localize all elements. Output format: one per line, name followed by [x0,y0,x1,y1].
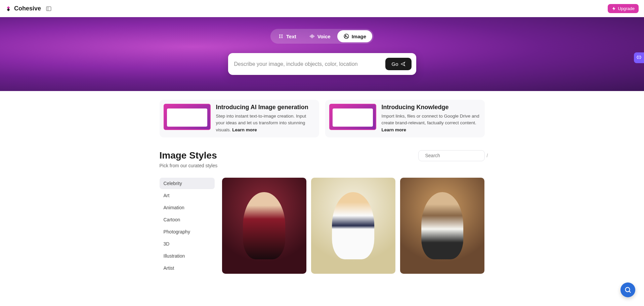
upgrade-label: Upgrade [618,6,635,11]
learn-more-link[interactable]: Learn more [382,127,406,132]
styles-header: Image Styles Pick from our curated style… [160,150,485,168]
promo-card-knowledge[interactable]: Introducing Knowledge Import links, file… [325,100,485,137]
go-label: Go [391,61,398,67]
image-icon [343,33,349,39]
brand-name: Cohesive [14,5,41,12]
style-gallery [222,178,485,274]
category-list: Celebrity Art Animation Cartoon Photogra… [160,178,215,274]
styles-search-input[interactable] [425,153,484,158]
styles-heading: Image Styles [160,150,218,161]
mode-tabs: Text Voice Image [270,29,374,44]
tab-voice[interactable]: Voice [303,30,337,42]
prompt-box: Go [228,53,416,75]
tab-text[interactable]: Text [272,30,302,42]
promo-desc: Import links, files or connect to Google… [382,113,481,133]
brand-logo[interactable]: Cohesive [5,5,41,12]
go-button[interactable]: Go [385,58,411,70]
category-3d[interactable]: 3D [160,238,215,250]
text-cursor-icon [278,33,284,39]
promo-title: Introducing Knowledge [382,104,481,111]
cohesive-logo-icon [5,6,11,12]
bolt-icon [612,6,616,11]
search-shortcut-hint: / [487,153,488,158]
sidebar-toggle-icon[interactable] [46,6,52,12]
category-cartoon[interactable]: Cartoon [160,214,215,225]
brain-icon [636,55,642,61]
category-artist[interactable]: Artist [160,262,215,274]
waveform-icon [309,33,315,39]
learn-more-link[interactable]: Learn more [232,127,257,132]
category-illustration[interactable]: Illustration [160,250,215,262]
promo-desc: Step into instant text-to-image creation… [216,113,315,133]
main-content: Introducing AI Image generation Step int… [154,91,490,287]
promo-cards-row: Introducing AI Image generation Step int… [160,100,485,137]
style-thumbnail-1[interactable] [222,178,306,274]
style-thumbnail-2[interactable] [311,178,395,274]
category-celebrity[interactable]: Celebrity [160,178,215,189]
tab-voice-label: Voice [317,34,331,39]
hero-section: Text Voice Image Go [0,17,644,91]
promo-title: Introducing AI Image generation [216,104,315,111]
tab-text-label: Text [286,34,296,39]
svg-point-8 [345,35,346,36]
prompt-input[interactable] [233,59,382,69]
header-left: Cohesive [5,5,52,12]
upgrade-button[interactable]: Upgrade [608,4,639,13]
category-photography[interactable]: Photography [160,226,215,237]
tab-image-label: Image [352,34,366,39]
search-icon [624,286,632,287]
styles-titles: Image Styles Pick from our curated style… [160,150,218,168]
styles-body: Celebrity Art Animation Cartoon Photogra… [160,178,485,274]
promo-text: Introducing Knowledge Import links, file… [382,104,481,133]
app-header: Cohesive Upgrade [0,0,644,17]
styles-search-box[interactable]: / [418,150,485,161]
style-thumbnail-3[interactable] [400,178,484,274]
styles-subheading: Pick from our curated styles [160,163,218,168]
category-art[interactable]: Art [160,190,215,201]
tab-image[interactable]: Image [337,30,372,42]
side-widget-button[interactable] [634,52,644,63]
promo-text: Introducing AI Image generation Step int… [216,104,315,133]
send-icon [400,61,405,67]
category-animation[interactable]: Animation [160,202,215,213]
promo-thumb-image-gen [164,104,211,130]
svg-rect-0 [46,7,51,11]
promo-card-image-gen[interactable]: Introducing AI Image generation Step int… [160,100,319,137]
search-fab[interactable] [620,282,635,287]
promo-thumb-knowledge [329,104,376,130]
